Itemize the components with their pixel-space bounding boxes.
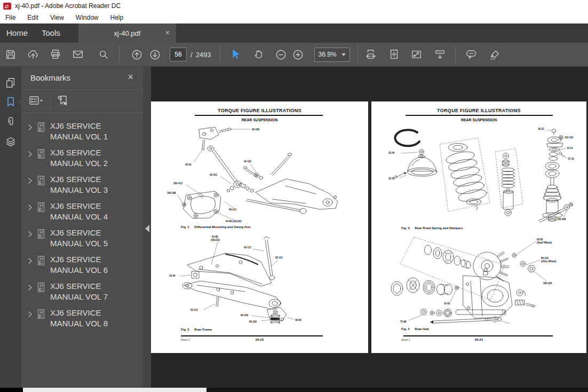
expand-current-bookmark-icon[interactable]	[57, 95, 73, 108]
part-torque-label: 45-105	[244, 160, 252, 163]
bookmark-item-vol4[interactable]: XJ6 SERVICE MANUAL VOL 4	[21, 198, 143, 225]
chevron-right-icon[interactable]	[28, 201, 36, 213]
save-button[interactable]	[3, 46, 18, 62]
email-button[interactable]	[70, 46, 85, 62]
document-view: TORQUE FIGURE ILLUSTRATIONS REAR SUSPENS…	[151, 67, 588, 388]
menu-file[interactable]: File	[5, 14, 15, 21]
chevron-right-icon[interactable]	[28, 174, 36, 186]
attachments-icon[interactable]	[5, 116, 17, 128]
bookmark-item-vol6[interactable]: XJ6 SERVICE MANUAL VOL 6	[21, 252, 143, 278]
chevron-right-icon[interactable]	[28, 147, 36, 160]
part-torque-label: 80-100	[241, 314, 249, 317]
bookmarks-icon[interactable]	[5, 96, 17, 108]
page-thumbnails-icon[interactable]	[5, 77, 17, 89]
tab-tools[interactable]: Tools	[42, 23, 60, 43]
main-area: Bookmarks × XJ6 SERVICE MANUAL VOL 1	[0, 67, 588, 388]
page-title: TORQUE FIGURE ILLUSTRATIONS	[371, 108, 586, 113]
chevron-right-icon[interactable]	[28, 254, 36, 266]
figure-1-caption: Fig. 1 Differential Mounting and Swing A…	[181, 225, 250, 229]
comment-button[interactable]	[464, 46, 479, 62]
tab-close-icon[interactable]: ×	[165, 28, 170, 37]
chevron-right-icon[interactable]	[28, 281, 36, 293]
part-torque-label: 80-100	[249, 320, 257, 323]
page-subtitle: REAR SUSPENSION	[371, 118, 586, 122]
part-torque-label: 160-298	[167, 192, 176, 194]
zoom-in-button[interactable]	[291, 46, 306, 62]
page-number-input[interactable]	[170, 48, 187, 61]
print-button[interactable]	[48, 46, 63, 62]
menu-help[interactable]: Help	[110, 14, 124, 21]
bookmark-item-label: XJ6 SERVICE MANUAL VOL 8	[50, 308, 136, 329]
figure-3-illustration: 23-40 23-28 16-22 110-119 12-14 17-19 15…	[377, 124, 582, 223]
bookmark-item-label: XJ6 SERVICE MANUAL VOL 2	[50, 147, 136, 169]
hand-tool-button[interactable]	[251, 46, 266, 62]
menu-window[interactable]: Window	[76, 14, 99, 21]
zoom-level-value: 36.9%	[319, 51, 337, 58]
collapse-panel-icon[interactable]	[145, 225, 149, 232]
tab-home[interactable]: Home	[6, 23, 28, 43]
part-torque-label: 64-86 (OILED)	[226, 220, 242, 223]
zoom-out-button[interactable]	[274, 46, 289, 62]
fit-width-button[interactable]	[363, 46, 378, 62]
footer-rule	[403, 335, 553, 336]
select-tool-button[interactable]	[228, 46, 243, 62]
menu-edit[interactable]: Edit	[27, 14, 38, 21]
bookmark-options-icon[interactable]	[29, 95, 45, 108]
cloud-upload-button[interactable]	[26, 46, 41, 62]
fit-page-button[interactable]	[387, 46, 402, 62]
part-torque-label: 55-62	[444, 302, 450, 305]
part-torque-label: 300-413	[173, 182, 182, 185]
part-torque-label: 300-320	[543, 282, 552, 285]
fullscreen-button[interactable]	[409, 46, 424, 62]
highlight-button[interactable]	[488, 46, 503, 62]
bookmarks-list: XJ6 SERVICE MANUAL VOL 1 XJ6 SERVICE MAN…	[21, 118, 143, 388]
part-torque-label: 85-102	[541, 257, 549, 260]
taskbar-search-remnant	[23, 388, 206, 392]
figure-2-caption: Fig. 2 Rear Frame	[181, 328, 212, 331]
menu-view[interactable]: View	[50, 14, 64, 21]
page-total-divider: /	[190, 51, 193, 59]
part-torque-label: (Alloy Wheel)	[541, 260, 557, 263]
previous-page-button[interactable]	[129, 46, 144, 62]
page-number-label: 06-23	[181, 338, 338, 341]
page-footer: Issue 2 06-23	[181, 338, 338, 343]
part-torque-label: 150-200	[557, 218, 566, 221]
bookmark-item-vol2[interactable]: XJ6 SERVICE MANUAL VOL 2	[21, 145, 143, 171]
chevron-right-icon[interactable]	[28, 228, 36, 240]
part-torque-label: 45-55	[185, 163, 192, 166]
part-torque-label: 48-58	[295, 319, 301, 322]
pdf-page-right: TORQUE FIGURE ILLUSTRATIONS REAR SUSPENS…	[371, 101, 586, 353]
layers-icon[interactable]	[5, 136, 17, 148]
panel-resize-handle[interactable]	[143, 67, 151, 388]
zoom-level-dropdown[interactable]: 36.9%	[314, 48, 350, 62]
bookmark-item-vol5[interactable]: XJ6 SERVICE MANUAL VOL 5	[21, 225, 143, 252]
chevron-right-icon[interactable]	[28, 308, 36, 320]
tab-bar: Home Tools xj-40.pdf ×	[0, 23, 588, 43]
bookmark-item-vol1[interactable]: XJ6 SERVICE MANUAL VOL 1	[21, 118, 143, 145]
part-torque-label: 17-19	[568, 158, 574, 160]
menu-bar: File Edit View Window Help	[0, 12, 588, 23]
taskbar-sliver	[0, 388, 588, 392]
chevron-down-icon	[341, 53, 346, 56]
part-torque-label: 110-119	[565, 136, 574, 139]
bookmark-item-label: XJ6 SERVICE MANUAL VOL 3	[50, 174, 136, 195]
chevron-right-icon[interactable]	[28, 121, 36, 133]
part-torque-label: 95-101	[210, 174, 218, 176]
tab-document-label: xj-40.pdf	[114, 29, 141, 37]
footer-rule	[181, 335, 323, 336]
tab-document[interactable]: xj-40.pdf ×	[78, 23, 176, 43]
part-torque-label: 16-22	[538, 128, 544, 130]
bookmark-item-label: XJ6 SERVICE MANUAL VOL 6	[50, 254, 136, 276]
bookmark-item-vol7[interactable]: XJ6 SERVICE MANUAL VOL 7	[21, 278, 143, 305]
title-rule	[406, 115, 553, 116]
figure-3-caption: Fig. 3 Rear Road Spring and Dampers	[401, 226, 463, 230]
hide-toolbar-button[interactable]	[433, 46, 448, 62]
bookmark-item-vol3[interactable]: XJ6 SERVICE MANUAL VOL 3	[21, 171, 143, 198]
figure-1-illustration: 90-108 45-55 45-105 95-101 300-413 160-2…	[166, 124, 353, 224]
bookmark-item-vol8[interactable]: XJ6 SERVICE MANUAL VOL 8	[21, 305, 143, 332]
search-button[interactable]	[96, 46, 111, 62]
bookmark-page-icon	[36, 254, 47, 268]
panel-close-icon[interactable]: ×	[128, 72, 133, 83]
next-page-button[interactable]	[147, 46, 162, 62]
toolbar-separator	[455, 46, 456, 63]
